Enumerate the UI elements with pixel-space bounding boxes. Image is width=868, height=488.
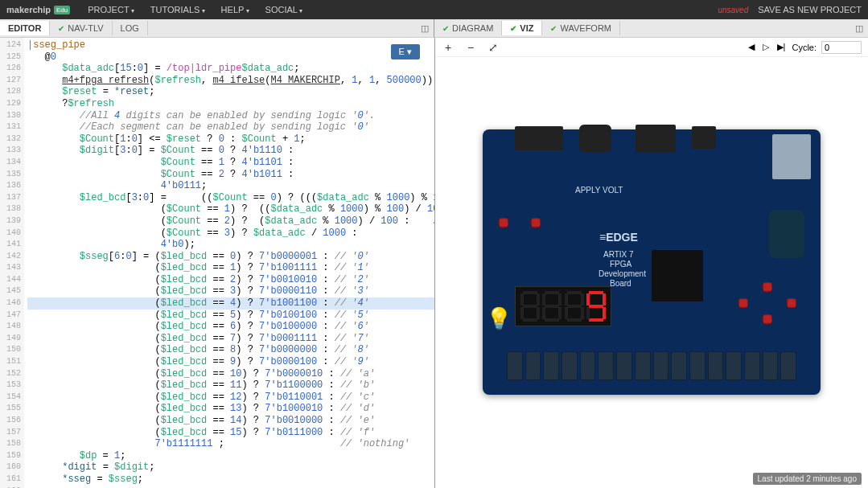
tab-waveform[interactable]: ✔WAVEFORM <box>542 21 620 35</box>
fpga-board[interactable]: APPLY VOLT ≡EDGE ARTIX 7 FPGA Developmen… <box>483 129 821 395</box>
editor-panel: E ▾ 124125126127128129130131132133134135… <box>0 38 435 488</box>
save-as-new-project[interactable]: SAVE AS NEW PROJECT <box>758 5 862 14</box>
viz-panel: + − ⤢ ◀ ▷ ▶| Cycle: <box>435 38 868 488</box>
menu-tutorials[interactable]: TUTORIALS <box>142 5 213 14</box>
edu-badge: Edu <box>54 6 70 14</box>
cycle-prev-button[interactable]: ◀ <box>747 40 756 54</box>
cycle-play-button[interactable]: ▷ <box>761 40 771 54</box>
board-edge-logo: ≡EDGE <box>599 231 638 244</box>
cycle-next-button[interactable]: ▶| <box>775 40 788 54</box>
dip-switches[interactable] <box>507 351 796 380</box>
board-dev: Development <box>599 269 646 278</box>
top-menubar: makerchip Edu PROJECT TUTORIALS HELP SOC… <box>0 0 868 19</box>
seven-segment-display <box>515 286 611 326</box>
right-tabbar: ✔DIAGRAM✔VIZ✔WAVEFORM ◫ <box>434 19 868 38</box>
seven-seg-digit-active <box>586 291 606 322</box>
tab-log[interactable]: LOG <box>113 21 148 35</box>
board-fpga: FPGA <box>610 260 631 269</box>
last-updated-badge: Last updated 2 minutes ago <box>753 473 862 485</box>
viz-toolbar: + − ⤢ ◀ ▷ ▶| Cycle: <box>435 38 868 57</box>
code-editor[interactable]: 1241251261271281291301311321331341351361… <box>0 38 434 488</box>
pane-toggle-left-icon[interactable]: ◫ <box>421 23 429 34</box>
board-apply-volt: APPLY VOLT <box>575 186 623 195</box>
menu-help[interactable]: HELP <box>213 5 257 14</box>
cycle-input[interactable] <box>821 41 862 54</box>
tab-viz[interactable]: ✔VIZ <box>502 21 542 35</box>
tab-diagram[interactable]: ✔DIAGRAM <box>434 21 502 35</box>
pane-toggle-right-icon[interactable]: ◫ <box>855 23 863 34</box>
menu-project[interactable]: PROJECT <box>80 5 142 14</box>
board-brd: Board <box>610 279 631 288</box>
menu-social[interactable]: SOCIAL <box>257 5 311 14</box>
editor-e-menu-button[interactable]: E ▾ <box>391 44 420 59</box>
tab-editor[interactable]: EDITOR <box>0 21 50 35</box>
lightbulb-icon: 💡 <box>486 306 512 331</box>
board-artix: ARTIX 7 <box>603 250 634 259</box>
zoom-fit-icon[interactable]: ⤢ <box>487 41 500 54</box>
logo: makerchip <box>6 5 51 14</box>
unsaved-indicator: unsaved <box>718 6 748 14</box>
tab-nav-tlv[interactable]: ✔NAV-TLV <box>50 21 112 35</box>
left-tabbar: EDITOR✔NAV-TLVLOG ◫ <box>0 19 434 38</box>
zoom-out-icon[interactable]: − <box>464 41 477 54</box>
zoom-in-icon[interactable]: + <box>442 41 455 54</box>
cycle-label: Cycle: <box>792 43 817 52</box>
